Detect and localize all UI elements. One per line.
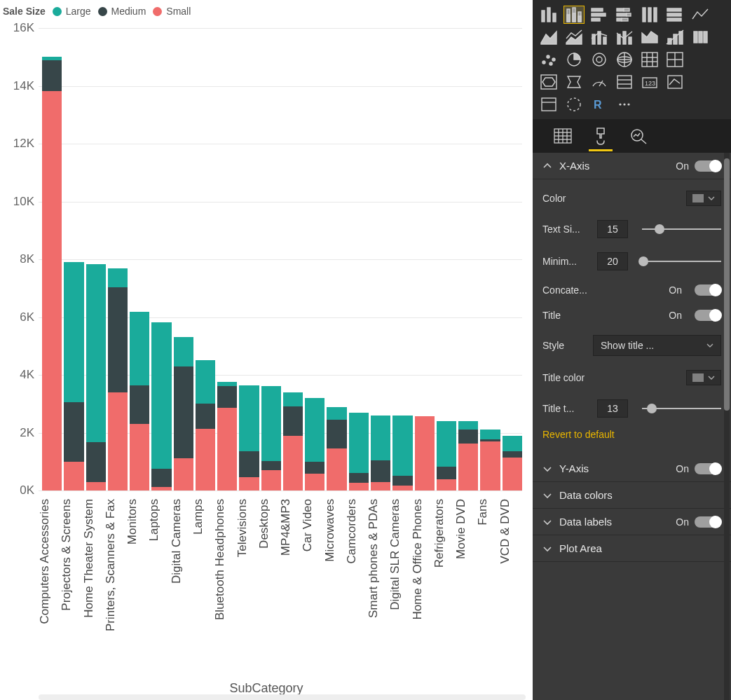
bar-segment[interactable] [239,477,259,490]
bar-segment[interactable] [503,436,522,451]
viz-type-icon[interactable] [538,50,559,69]
viz-type-icon[interactable] [664,50,685,69]
bar-segment[interactable] [371,460,390,482]
viz-type-icon[interactable] [614,6,635,24]
bar-segment[interactable] [196,404,215,429]
bar-segment[interactable] [392,476,412,485]
bar-segment[interactable] [130,312,149,385]
bar-segment[interactable] [349,473,369,483]
bar-column[interactable] [196,360,215,490]
section-plot-area[interactable]: Plot Area [533,535,731,562]
bar-segment[interactable] [42,91,62,490]
viz-type-icon[interactable] [614,50,635,69]
bar-column[interactable] [283,392,303,490]
revert-to-default-link[interactable]: Revert to default [542,425,721,447]
bar-segment[interactable] [217,408,237,490]
bar-segment[interactable] [130,424,149,490]
bar-segment[interactable] [86,442,106,482]
viz-type-icon[interactable] [614,73,635,91]
bar-segment[interactable] [86,264,106,442]
bar-segment[interactable] [503,458,522,490]
bar-segment[interactable] [327,420,346,448]
bar-segment[interactable] [64,462,83,490]
x-axis-title-textsize-input[interactable]: 13 [597,399,628,418]
bar-column[interactable] [261,386,281,490]
viz-type-icon[interactable] [664,73,685,91]
bar-segment[interactable] [415,416,435,490]
bar-column[interactable] [480,430,500,490]
bar-segment[interactable] [392,486,412,490]
bar-segment[interactable] [349,483,369,490]
analytics-tab[interactable] [628,126,649,146]
viz-type-icon[interactable] [664,6,685,24]
bar-segment[interactable] [174,337,193,366]
bar-segment[interactable] [458,421,478,430]
bar-segment[interactable] [108,268,128,287]
viz-type-icon[interactable] [639,50,660,69]
bar-segment[interactable] [108,287,128,392]
bar-segment[interactable] [196,429,215,490]
viz-type-icon[interactable] [589,28,610,46]
viz-type-icon[interactable]: R [589,95,610,114]
bar-segment[interactable] [349,413,369,473]
viz-type-icon[interactable] [639,28,660,46]
bar-segment[interactable] [305,474,324,490]
bar-segment[interactable] [305,462,324,474]
viz-type-icon[interactable] [563,6,585,24]
bar-column[interactable] [239,385,259,490]
bar-segment[interactable] [64,262,83,402]
section-data-labels[interactable]: Data labels On [533,509,731,535]
chart-horizontal-scrollbar[interactable] [39,694,526,700]
x-axis-minimum-slider[interactable] [642,261,721,262]
bar-column[interactable] [174,337,193,490]
section-x-axis[interactable]: X-Axis On [533,153,731,179]
fields-tab[interactable] [552,126,573,146]
viz-type-icon[interactable] [664,28,685,46]
bar-segment[interactable] [437,421,456,467]
viz-type-icon[interactable] [639,6,660,24]
x-axis-title-textsize-slider[interactable] [642,408,721,409]
bar-segment[interactable] [458,430,478,444]
bar-segment[interactable] [217,386,237,409]
bar-segment[interactable] [239,385,259,451]
bar-segment[interactable] [437,479,456,491]
bar-segment[interactable] [196,360,215,404]
viz-type-icon[interactable] [614,28,635,46]
bar-column[interactable] [305,398,324,490]
bar-column[interactable] [392,416,412,490]
bar-segment[interactable] [283,392,303,407]
bar-column[interactable] [108,268,128,490]
bar-column[interactable] [415,416,435,490]
bar-column[interactable] [217,382,237,490]
viz-type-icon[interactable] [563,50,585,69]
bar-column[interactable] [64,262,83,490]
viz-type-icon[interactable] [589,6,610,24]
pane-scrollbar[interactable] [724,153,730,700]
bar-column[interactable] [503,436,522,490]
bar-column[interactable] [349,413,369,490]
section-data-colors[interactable]: Data colors [533,482,731,509]
bar-segment[interactable] [261,470,281,490]
bar-segment[interactable] [151,487,171,490]
bar-segment[interactable] [151,322,171,468]
bar-column[interactable] [86,264,106,490]
bar-segment[interactable] [371,416,390,460]
bar-segment[interactable] [174,458,193,490]
viz-type-icon[interactable] [614,95,635,114]
section-y-axis[interactable]: Y-Axis On [533,455,731,482]
x-axis-color-picker[interactable] [686,191,721,206]
scrollbar-thumb[interactable] [724,158,730,411]
bar-segment[interactable] [371,482,390,490]
viz-type-icon[interactable] [563,95,585,114]
viz-type-icon[interactable] [690,6,711,24]
viz-type-icon[interactable] [690,28,711,46]
viz-type-icon[interactable] [538,73,559,91]
bar-segment[interactable] [480,441,500,490]
bar-segment[interactable] [86,482,106,490]
viz-type-icon[interactable] [538,6,559,24]
bar-column[interactable] [437,421,456,490]
bar-segment[interactable] [64,402,83,462]
bar-segment[interactable] [239,451,259,477]
viz-type-icon[interactable] [589,50,610,69]
x-axis-textsize-slider[interactable] [642,228,721,230]
